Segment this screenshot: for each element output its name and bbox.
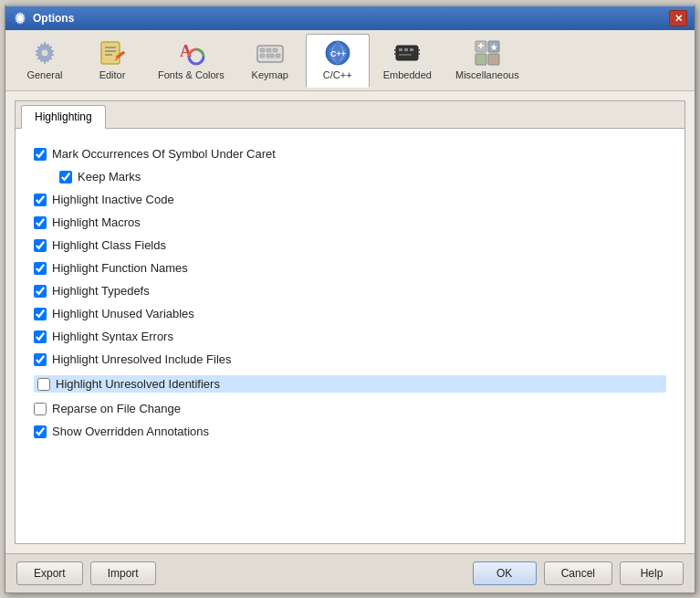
footer: Export Import OK Cancel Help xyxy=(5,553,695,593)
label-highlight-unresolved-include[interactable]: Highlight Unresolved Include Files xyxy=(52,352,232,366)
svg-rect-24 xyxy=(394,49,396,51)
checkbox-mark-occurrences[interactable] xyxy=(34,148,47,161)
checkbox-highlight-class-fields[interactable] xyxy=(34,239,47,252)
svg-rect-27 xyxy=(418,53,420,55)
label-keep-marks[interactable]: Keep Marks xyxy=(78,170,141,184)
toolbar-item-miscellaneous[interactable]: ★ Miscellaneous xyxy=(445,34,529,87)
embedded-icon xyxy=(392,38,422,68)
toolbar-item-cpp[interactable]: C++ C/C++ xyxy=(306,34,370,88)
toolbar-item-general[interactable]: General xyxy=(13,34,77,87)
toolbar: General Editor A Fonts & Colors xyxy=(5,30,695,91)
checkbox-keep-marks[interactable] xyxy=(59,171,72,184)
checkbox-highlight-inactive[interactable] xyxy=(34,194,47,206)
tab-highlighting[interactable]: Highlighting xyxy=(21,105,106,129)
checkbox-row-highlight-typedefs: Highlight Typedefs xyxy=(34,284,666,298)
label-highlight-typedefs[interactable]: Highlight Typedefs xyxy=(52,284,150,298)
misc-icon: ★ xyxy=(473,38,502,68)
toolbar-misc-label: Miscellaneous xyxy=(455,69,519,80)
checkbox-row-highlight-inactive: Highlight Inactive Code xyxy=(34,193,666,206)
svg-rect-14 xyxy=(266,54,274,58)
checkbox-highlight-unused[interactable] xyxy=(34,308,47,320)
ok-button[interactable]: OK xyxy=(473,561,537,585)
svg-rect-19 xyxy=(396,46,418,60)
cancel-button[interactable]: Cancel xyxy=(544,561,612,585)
svg-rect-13 xyxy=(260,54,265,58)
fonts-colors-icon: A xyxy=(176,38,205,68)
toolbar-general-label: General xyxy=(26,69,62,80)
window-title: Options xyxy=(33,12,74,25)
svg-rect-30 xyxy=(475,54,486,65)
help-button[interactable]: Help xyxy=(620,561,684,585)
label-highlight-inactive[interactable]: Highlight Inactive Code xyxy=(52,193,174,206)
svg-rect-15 xyxy=(276,54,280,58)
checkbox-show-overridden[interactable] xyxy=(34,425,47,438)
titlebar: Options ✕ xyxy=(5,6,695,30)
svg-point-2 xyxy=(41,49,48,57)
checkbox-row-highlight-syntax-errors: Highlight Syntax Errors xyxy=(34,330,666,343)
checkbox-highlight-unresolved-include[interactable] xyxy=(34,353,47,366)
svg-rect-21 xyxy=(404,48,408,51)
svg-rect-3 xyxy=(101,42,120,64)
label-highlight-unused[interactable]: Highlight Unused Variables xyxy=(52,307,194,320)
checkbox-row-show-overridden: Show Overridden Annotations xyxy=(34,425,666,438)
checkbox-row-highlight-unused: Highlight Unused Variables xyxy=(34,307,666,320)
label-highlight-unresolved-identifiers[interactable]: Highlight Unresolved Identifiers xyxy=(56,377,220,391)
gear-icon xyxy=(30,38,59,68)
toolbar-embedded-label: Embedded xyxy=(383,69,432,80)
svg-rect-31 xyxy=(488,54,499,65)
label-highlight-macros[interactable]: Highlight Macros xyxy=(52,215,141,229)
toolbar-item-editor[interactable]: Editor xyxy=(80,34,144,87)
export-button[interactable]: Export xyxy=(16,561,83,585)
svg-rect-12 xyxy=(273,48,277,52)
keymap-icon xyxy=(256,38,285,68)
checkbox-row-highlight-macros: Highlight Macros xyxy=(34,215,666,229)
checkbox-highlight-syntax-errors[interactable] xyxy=(34,330,47,343)
main-content: Highlighting Mark Occurrences Of Symbol … xyxy=(5,91,695,553)
svg-rect-26 xyxy=(418,49,420,51)
checkbox-row-highlight-unresolved-identifiers: Highlight Unresolved Identifiers xyxy=(34,375,666,393)
checkbox-row-highlight-function-names: Highlight Function Names xyxy=(34,261,666,275)
svg-rect-20 xyxy=(399,48,402,51)
cpp-icon: C++ xyxy=(323,38,352,68)
tab-content-highlighting: Mark Occurrences Of Symbol Under Caret K… xyxy=(16,129,684,543)
toolbar-editor-label: Editor xyxy=(99,69,126,80)
label-highlight-function-names[interactable]: Highlight Function Names xyxy=(52,261,188,275)
toolbar-item-fonts-colors[interactable]: A Fonts & Colors xyxy=(148,34,235,87)
checkbox-row-mark-occurrences: Mark Occurrences Of Symbol Under Caret xyxy=(34,147,666,161)
svg-rect-25 xyxy=(394,53,396,55)
titlebar-left: Options xyxy=(13,11,74,26)
svg-rect-11 xyxy=(266,48,271,52)
checkbox-highlight-typedefs[interactable] xyxy=(34,285,47,298)
tab-panel: Highlighting Mark Occurrences Of Symbol … xyxy=(15,100,685,544)
checkbox-reparse[interactable] xyxy=(34,403,47,415)
label-highlight-class-fields[interactable]: Highlight Class Fields xyxy=(52,238,166,252)
footer-left: Export Import xyxy=(16,561,156,585)
label-show-overridden[interactable]: Show Overridden Annotations xyxy=(52,425,209,438)
close-button[interactable]: ✕ xyxy=(669,10,687,26)
label-reparse[interactable]: Reparse on File Change xyxy=(52,402,181,415)
tab-header: Highlighting xyxy=(16,101,684,129)
svg-rect-23 xyxy=(399,54,412,56)
svg-text:★: ★ xyxy=(490,43,498,52)
svg-rect-22 xyxy=(410,48,413,51)
footer-right: OK Cancel Help xyxy=(473,561,684,585)
toolbar-item-embedded[interactable]: Embedded xyxy=(373,34,442,87)
checkbox-highlight-macros[interactable] xyxy=(34,216,47,229)
checkbox-row-highlight-class-fields: Highlight Class Fields xyxy=(34,238,666,252)
checkbox-highlight-unresolved-identifiers[interactable] xyxy=(37,378,50,391)
import-button[interactable]: Import xyxy=(90,561,156,585)
checkbox-row-keep-marks: Keep Marks xyxy=(59,170,666,184)
toolbar-fonts-label: Fonts & Colors xyxy=(158,69,225,80)
editor-icon xyxy=(98,38,127,68)
label-mark-occurrences[interactable]: Mark Occurrences Of Symbol Under Caret xyxy=(52,147,276,161)
options-window: Options ✕ General Editor xyxy=(5,5,695,593)
checkbox-row-highlight-unresolved-include: Highlight Unresolved Include Files xyxy=(34,352,666,366)
checkbox-row-reparse: Reparse on File Change xyxy=(34,402,666,415)
toolbar-item-keymap[interactable]: Keymap xyxy=(238,34,302,87)
checkbox-highlight-function-names[interactable] xyxy=(34,262,47,275)
window-icon xyxy=(13,11,27,26)
label-highlight-syntax-errors[interactable]: Highlight Syntax Errors xyxy=(52,330,173,343)
toolbar-keymap-label: Keymap xyxy=(252,69,288,80)
toolbar-cpp-label: C/C++ xyxy=(323,69,352,80)
svg-rect-10 xyxy=(260,48,265,52)
